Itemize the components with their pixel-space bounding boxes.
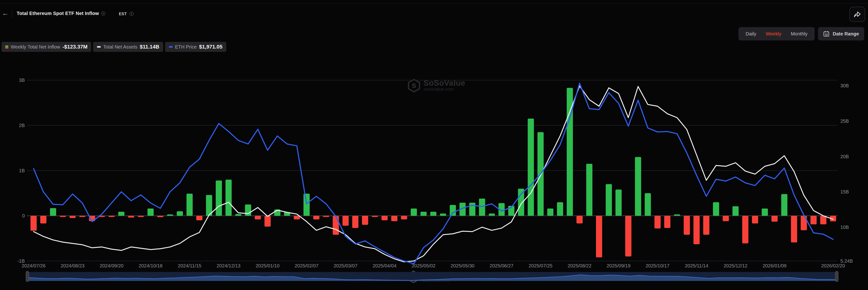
inflow-bar[interactable] bbox=[762, 209, 768, 216]
inflow-bar[interactable] bbox=[343, 216, 349, 226]
x-axis-label: 2026/01/09 bbox=[763, 263, 786, 268]
inflow-bar[interactable] bbox=[479, 198, 485, 216]
inflow-bar[interactable] bbox=[255, 216, 261, 219]
inflow-bar[interactable] bbox=[703, 216, 709, 235]
inflow-bar[interactable] bbox=[304, 194, 310, 216]
inflow-bar[interactable] bbox=[128, 216, 134, 218]
inflow-bar[interactable] bbox=[557, 202, 563, 216]
minimap-left-handle[interactable] bbox=[26, 271, 29, 282]
x-axis-label: 2025/05/30 bbox=[451, 263, 474, 268]
inflow-bars[interactable] bbox=[30, 88, 836, 257]
right-axis-label: 20B bbox=[840, 154, 849, 159]
inflow-bar[interactable] bbox=[606, 184, 612, 216]
inflow-bar[interactable] bbox=[196, 216, 203, 220]
inflow-bar[interactable] bbox=[430, 212, 436, 216]
inflow-bar[interactable] bbox=[40, 216, 46, 223]
x-axis-label: 2025/12/12 bbox=[724, 263, 747, 268]
x-axis-label: 2025/03/07 bbox=[334, 263, 358, 268]
x-axis-label: 2024/07/26 bbox=[22, 263, 45, 268]
inflow-bar[interactable] bbox=[421, 212, 427, 216]
inflow-bar[interactable] bbox=[157, 216, 163, 217]
inflow-bar[interactable] bbox=[752, 216, 758, 223]
inflow-bar[interactable] bbox=[30, 216, 37, 231]
x-axis-label: 2025/01/10 bbox=[256, 263, 279, 268]
inflow-bar[interactable] bbox=[323, 216, 329, 217]
left-axis-label: 1B bbox=[19, 168, 25, 173]
inflow-bar[interactable] bbox=[586, 164, 592, 216]
inflow-bar[interactable] bbox=[177, 211, 183, 216]
inflow-bar[interactable] bbox=[411, 209, 417, 216]
inflow-bar[interactable] bbox=[772, 216, 778, 222]
inflow-bar[interactable] bbox=[108, 216, 115, 217]
minimap-right-handle[interactable] bbox=[835, 271, 838, 282]
gridlines: 3B2B1B0-1B30B25B20B15B10B5.24B2024/07/26… bbox=[18, 78, 853, 268]
x-axis-label: 2024/12/13 bbox=[217, 263, 241, 268]
x-axis-label: 2025/07/25 bbox=[529, 263, 552, 268]
inflow-bar[interactable] bbox=[693, 216, 700, 244]
main-chart[interactable]: 3B2B1B0-1B30B25B20B15B10B5.24B2024/07/26… bbox=[0, 0, 868, 290]
inflow-bar[interactable] bbox=[781, 194, 787, 216]
inflow-bar[interactable] bbox=[635, 157, 641, 216]
left-axis-label: 3B bbox=[19, 78, 25, 83]
inflow-bar[interactable] bbox=[381, 216, 388, 220]
inflow-bar[interactable] bbox=[742, 216, 748, 243]
inflow-bar[interactable] bbox=[547, 209, 553, 216]
x-axis-label: 2024/09/20 bbox=[99, 263, 123, 268]
left-axis-label: 2B bbox=[19, 123, 25, 128]
x-axis-label: 2025/08/22 bbox=[568, 263, 591, 268]
inflow-bar[interactable] bbox=[596, 216, 602, 257]
inflow-bar[interactable] bbox=[235, 214, 242, 216]
minimap-scrollbar[interactable] bbox=[26, 271, 838, 282]
right-axis-label: 25B bbox=[840, 118, 849, 124]
inflow-bar[interactable] bbox=[401, 216, 407, 219]
inflow-bar[interactable] bbox=[810, 216, 816, 224]
inflow-bar[interactable] bbox=[489, 214, 495, 216]
inflow-bar[interactable] bbox=[69, 216, 76, 218]
inflow-bar[interactable] bbox=[450, 205, 456, 216]
inflow-bar[interactable] bbox=[118, 212, 124, 216]
inflow-bar[interactable] bbox=[674, 214, 680, 216]
x-axis-label: 2024/08/23 bbox=[61, 263, 85, 268]
inflow-bar[interactable] bbox=[362, 216, 368, 225]
inflow-bar[interactable] bbox=[577, 216, 583, 223]
inflow-bar[interactable] bbox=[391, 216, 397, 221]
inflow-bar[interactable] bbox=[333, 216, 339, 235]
inflow-bar[interactable] bbox=[313, 216, 319, 219]
right-axis-label: 30B bbox=[840, 83, 849, 88]
inflow-bar[interactable] bbox=[138, 216, 144, 217]
inflow-bar[interactable] bbox=[265, 216, 271, 227]
x-axis-label: 2025/04/04 bbox=[373, 263, 396, 268]
inflow-bar[interactable] bbox=[148, 209, 154, 216]
right-axis-label: 15B bbox=[840, 189, 849, 194]
inflow-bar[interactable] bbox=[713, 202, 719, 216]
inflow-bar[interactable] bbox=[791, 216, 797, 243]
inflow-bar[interactable] bbox=[440, 214, 446, 216]
total-net-assets-line[interactable] bbox=[34, 86, 833, 262]
inflow-bar[interactable] bbox=[684, 216, 690, 235]
inflow-bar[interactable] bbox=[528, 119, 534, 216]
inflow-bar[interactable] bbox=[216, 181, 222, 216]
inflow-bar[interactable] bbox=[723, 216, 729, 221]
inflow-bar[interactable] bbox=[625, 216, 631, 256]
eth-price-line[interactable] bbox=[34, 83, 833, 264]
etf-netflow-page: { "header": { "back_icon": "arrow-left",… bbox=[0, 0, 868, 290]
inflow-bar[interactable] bbox=[225, 180, 232, 216]
x-axis-label: 2025/10/17 bbox=[646, 263, 669, 268]
inflow-bar[interactable] bbox=[50, 208, 56, 216]
inflow-bar[interactable] bbox=[655, 216, 661, 228]
x-axis-label: 2025/09/19 bbox=[607, 263, 630, 268]
inflow-bar[interactable] bbox=[187, 194, 193, 216]
inflow-bar[interactable] bbox=[733, 206, 739, 216]
inflow-bar[interactable] bbox=[820, 216, 826, 224]
inflow-bar[interactable] bbox=[664, 216, 670, 228]
inflow-bar[interactable] bbox=[352, 216, 359, 228]
inflow-bar[interactable] bbox=[372, 216, 378, 217]
x-axis-label: 2025/06/27 bbox=[490, 263, 514, 268]
inflow-bar[interactable] bbox=[60, 216, 66, 217]
inflow-bar[interactable] bbox=[645, 193, 651, 216]
x-axis-label: 2024/11/15 bbox=[178, 263, 202, 268]
x-axis-label: 2025/02/07 bbox=[294, 263, 318, 268]
inflow-bar[interactable] bbox=[79, 216, 86, 217]
inflow-bar[interactable] bbox=[167, 214, 173, 216]
inflow-bar[interactable] bbox=[616, 190, 622, 216]
